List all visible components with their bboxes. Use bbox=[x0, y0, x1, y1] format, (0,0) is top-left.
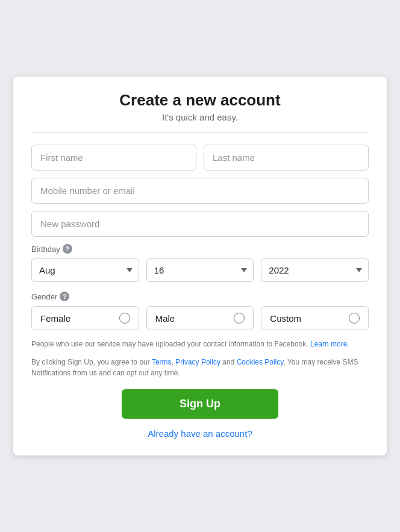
first-name-input[interactable] bbox=[31, 145, 196, 171]
signup-card: Create a new account It's quick and easy… bbox=[13, 77, 387, 455]
contact-notice: People who use our service may have uplo… bbox=[31, 339, 369, 349]
login-link-section: Already have an account? bbox=[31, 428, 369, 439]
gender-section: Gender ? Female Male Custom bbox=[31, 292, 369, 330]
password-field bbox=[31, 211, 369, 237]
birthday-row: Jan Feb Mar Apr May Jun Jul Aug Sep Oct … bbox=[31, 258, 369, 282]
gender-female-option[interactable]: Female bbox=[31, 306, 139, 330]
cookies-link[interactable]: Cookies Policy bbox=[237, 358, 284, 366]
gender-male-radio[interactable] bbox=[234, 313, 245, 324]
birthday-label: Birthday ? bbox=[31, 244, 369, 254]
month-select[interactable]: Jan Feb Mar Apr May Jun Jul Aug Sep Oct … bbox=[31, 258, 139, 282]
day-select[interactable]: 1234 5678 9101112 13141516 17181920 2122… bbox=[146, 258, 254, 282]
page-title: Create a new account bbox=[31, 91, 369, 110]
mobile-email-field bbox=[31, 178, 369, 204]
year-select[interactable]: 202420232022 202120202019 201820172016 2… bbox=[261, 258, 369, 282]
terms-link[interactable]: Terms bbox=[152, 358, 172, 366]
gender-label: Gender ? bbox=[31, 292, 369, 301]
terms-notice: By clicking Sign Up, you agree to our Te… bbox=[31, 357, 369, 378]
signup-button[interactable]: Sign Up bbox=[122, 389, 278, 419]
password-input[interactable] bbox=[31, 211, 369, 237]
learn-more-link[interactable]: Learn more. bbox=[310, 340, 349, 348]
birthday-help-icon[interactable]: ? bbox=[63, 244, 72, 254]
page-subtitle: It's quick and easy. bbox=[31, 112, 369, 122]
header-section: Create a new account It's quick and easy… bbox=[31, 91, 369, 133]
mobile-email-input[interactable] bbox=[31, 178, 369, 204]
gender-help-icon[interactable]: ? bbox=[60, 292, 69, 301]
privacy-link[interactable]: Privacy Policy bbox=[175, 358, 220, 366]
gender-custom-option[interactable]: Custom bbox=[261, 306, 369, 330]
name-row bbox=[31, 145, 369, 171]
gender-female-radio[interactable] bbox=[119, 313, 130, 324]
login-link[interactable]: Already have an account? bbox=[148, 428, 252, 439]
gender-custom-radio[interactable] bbox=[349, 313, 360, 324]
gender-male-option[interactable]: Male bbox=[146, 306, 254, 330]
last-name-input[interactable] bbox=[204, 145, 369, 171]
gender-row: Female Male Custom bbox=[31, 306, 369, 330]
